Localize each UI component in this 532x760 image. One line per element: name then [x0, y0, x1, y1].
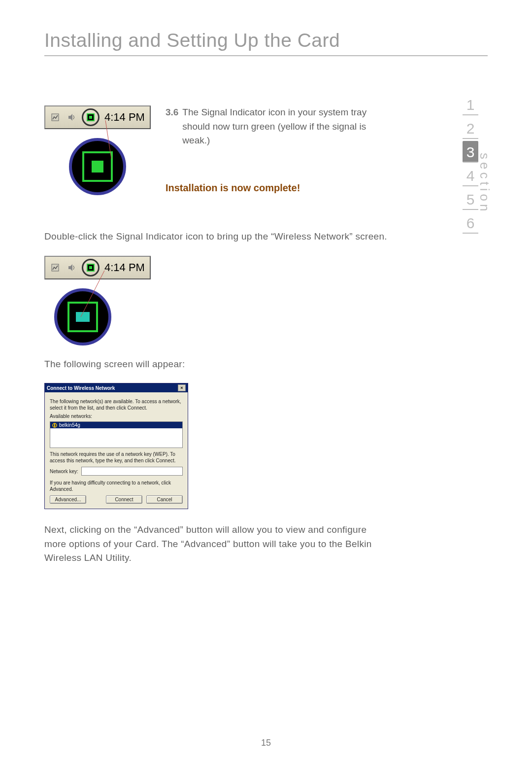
advanced-button[interactable]: Advanced... [50, 495, 86, 504]
step-3-6: 3.6 The Signal Indicator icon in your sy… [166, 105, 389, 148]
wep-required-text: This network requires the use of a netwo… [50, 451, 183, 464]
section-nav-3[interactable]: 3 [463, 141, 478, 163]
next-advanced-text: Next, clicking on the “Advanced” button … [44, 523, 389, 565]
step-number: 3.6 [166, 105, 178, 148]
step-description: The Signal Indicator icon in your system… [182, 105, 389, 148]
svg-line-5 [81, 271, 104, 317]
network-item-label: belkin54g [59, 422, 80, 428]
section-nav-6[interactable]: 6 [463, 212, 478, 234]
connect-wireless-dialog: Connect to Wireless Network × The follow… [44, 383, 188, 509]
section-nav-1[interactable]: 1 [463, 94, 478, 115]
advanced-hint-text: If you are having difficulty connecting … [50, 480, 183, 492]
dialog-title-text: Connect to Wireless Network [47, 385, 115, 391]
installation-complete-text: Installation is now complete! [166, 182, 389, 194]
section-nav: section 1 2 3 4 5 6 [453, 94, 488, 236]
available-networks-list[interactable]: belkin54g [50, 421, 183, 448]
close-icon[interactable]: × [178, 384, 186, 391]
setup-icon [48, 110, 62, 124]
svg-rect-11 [54, 424, 55, 427]
page-title: Installing and Setting Up the Card [44, 30, 488, 56]
dialog-titlebar: Connect to Wireless Network × [45, 383, 188, 392]
connector-line-1 [79, 119, 138, 178]
speaker-icon [65, 110, 79, 124]
cancel-button[interactable]: Cancel [146, 495, 183, 504]
network-key-input[interactable] [81, 467, 183, 476]
connect-button[interactable]: Connect [106, 495, 142, 504]
available-networks-label: Available networks: [50, 413, 183, 419]
section-label: section [477, 153, 492, 214]
section-nav-2[interactable]: 2 [463, 117, 478, 139]
svg-rect-4 [89, 116, 92, 119]
svg-marker-7 [68, 264, 72, 271]
systray-with-enlarge-1: 4:14 PM [44, 105, 151, 195]
page-number: 15 [0, 738, 532, 748]
section-nav-5[interactable]: 5 [463, 188, 478, 210]
connector-line-2 [74, 270, 153, 339]
following-screen-text: The following screen will appear: [44, 357, 389, 372]
svg-rect-9 [89, 266, 92, 269]
doubleclick-instruction: Double-click the Signal Indicator icon t… [44, 230, 389, 244]
svg-line-0 [105, 120, 111, 159]
wifi-icon [52, 423, 57, 428]
svg-marker-2 [68, 114, 72, 121]
setup-icon [48, 261, 62, 275]
section-nav-4[interactable]: 4 [463, 165, 478, 186]
network-key-label: Network key: [50, 469, 78, 474]
network-item-belkin54g[interactable]: belkin54g [50, 422, 182, 428]
dialog-intro-text: The following network(s) are available. … [50, 398, 183, 411]
